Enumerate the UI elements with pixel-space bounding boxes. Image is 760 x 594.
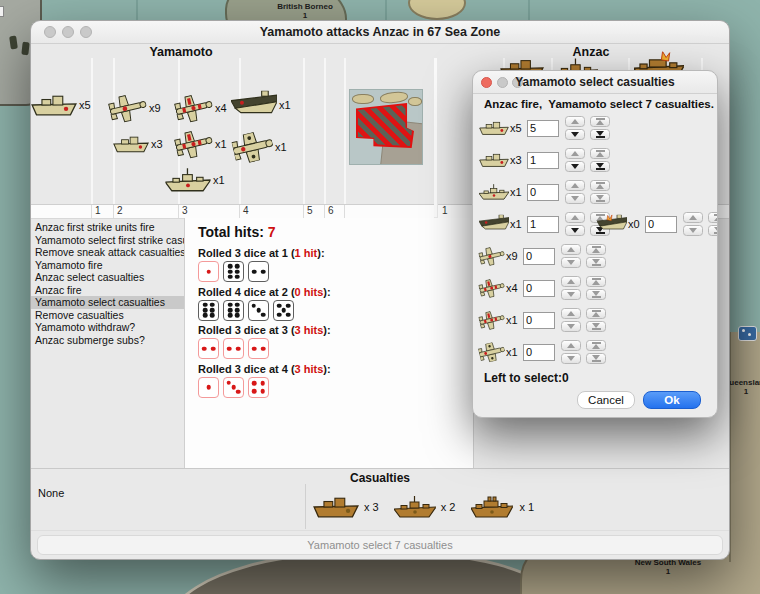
casualty-count-input[interactable] — [523, 280, 555, 297]
up-arrow-icon — [567, 311, 575, 316]
decrement-min-button[interactable] — [590, 193, 610, 204]
increment-max-button[interactable] — [586, 340, 606, 351]
casualties-header: Casualties — [31, 471, 729, 485]
up-arrow-icon — [592, 342, 601, 350]
die-pip — [236, 390, 241, 395]
unit-count-label: x4 — [506, 282, 523, 294]
increment-max-button[interactable] — [590, 148, 610, 159]
dice-roll-text: ): — [323, 363, 330, 375]
increment-button[interactable] — [565, 116, 585, 127]
increment-button[interactable] — [561, 340, 581, 351]
battle-step-item: Anzac select casualties — [31, 271, 184, 284]
up-arrow-icon — [592, 246, 601, 254]
die-face-1 — [198, 261, 219, 282]
battle-window-titlebar[interactable]: Yamamoto attacks Anzac in 67 Sea Zone — [31, 21, 729, 44]
contested-zone-highlight — [356, 103, 414, 148]
casualty-row: x1 — [479, 338, 606, 366]
casualty-count-input[interactable] — [523, 248, 555, 265]
up-arrow-icon — [571, 215, 579, 220]
decrement-min-button[interactable] — [586, 289, 606, 300]
casualty-row: x0 — [597, 210, 718, 238]
column-divider — [178, 205, 179, 218]
increment-max-button[interactable] — [586, 276, 606, 287]
fighter-striped-icon — [172, 126, 215, 162]
decrement-button[interactable] — [561, 257, 581, 268]
dice-roll-hits: 1 hit — [295, 247, 318, 259]
decrement-min-button[interactable] — [586, 321, 606, 332]
dice-roll-text: ): — [323, 286, 330, 298]
dice-row — [198, 377, 331, 398]
decrement-button[interactable] — [683, 225, 703, 236]
decrement-button[interactable] — [565, 161, 585, 172]
map-label-text: British Borneo — [250, 2, 360, 11]
decrement-button[interactable] — [565, 193, 585, 204]
map-label-british-borneo: British Borneo 1 — [250, 2, 360, 20]
panel-divider — [434, 58, 437, 217]
unit-count-label: x9 — [506, 250, 523, 262]
decrement-button[interactable] — [565, 225, 585, 236]
casualty-row: x9 — [479, 242, 606, 270]
decrement-button[interactable] — [565, 129, 585, 140]
casualty-count-input[interactable] — [527, 120, 559, 137]
unit-count-label: x3 — [151, 138, 163, 150]
increment-max-button[interactable] — [586, 244, 606, 255]
die-pip — [252, 346, 257, 351]
casualty-count-input[interactable] — [523, 344, 555, 361]
casualty-select-dialog: Yamamoto select casualties Anzac fire, Y… — [472, 70, 718, 418]
down-arrow-icon — [592, 355, 601, 363]
die-pip — [277, 312, 282, 317]
ok-button[interactable]: Ok — [643, 391, 701, 409]
casualty-count-input[interactable] — [523, 312, 555, 329]
cruiser-icon — [470, 494, 514, 520]
increment-button[interactable] — [683, 212, 703, 223]
die-pip — [286, 303, 291, 308]
column-divider — [324, 58, 326, 204]
increment-max-button[interactable] — [590, 180, 610, 191]
increment-button[interactable] — [565, 180, 585, 191]
unit-count-label: x 1 — [516, 501, 534, 513]
casualty-count-input[interactable] — [527, 152, 559, 169]
increment-max-button[interactable] — [708, 212, 718, 223]
down-arrow-icon — [567, 292, 575, 297]
increment-button[interactable] — [565, 212, 585, 223]
casualty-count-input[interactable] — [527, 184, 559, 201]
cancel-button[interactable]: Cancel — [577, 391, 635, 409]
die-pip — [277, 303, 282, 308]
die-pip — [251, 303, 256, 308]
up-arrow-icon — [567, 247, 575, 252]
increment-button[interactable] — [561, 244, 581, 255]
transport-icon — [113, 132, 149, 156]
down-arrow-icon — [567, 260, 575, 265]
decrement-min-button[interactable] — [586, 257, 606, 268]
battle-step-item: Anzac first strike units fire — [31, 221, 184, 234]
increment-max-button[interactable] — [590, 116, 610, 127]
battle-step-item: Yamamoto select casualties — [31, 296, 184, 309]
down-arrow-icon — [567, 324, 575, 329]
increment-button[interactable] — [561, 308, 581, 319]
increment-button[interactable] — [565, 148, 585, 159]
increment-max-button[interactable] — [586, 308, 606, 319]
decrement-min-button[interactable] — [590, 129, 610, 140]
increment-button[interactable] — [561, 276, 581, 287]
decrement-min-button[interactable] — [708, 225, 718, 236]
decrement-min-button[interactable] — [586, 353, 606, 364]
map-label-number: 1 — [250, 11, 360, 20]
decrement-min-button[interactable] — [590, 161, 610, 172]
die-pip — [261, 346, 266, 351]
fighter-striped-icon — [477, 307, 507, 332]
decrement-button[interactable] — [561, 321, 581, 332]
dialog-titlebar[interactable]: Yamamoto select casualties — [473, 71, 717, 94]
japan-unit-group: x5 — [31, 90, 91, 120]
dice-roll-label: Rolled 3 dice at 1 (1 hit): — [198, 247, 325, 259]
die-pip — [211, 346, 216, 351]
decrement-button[interactable] — [561, 289, 581, 300]
dice-row — [198, 338, 331, 359]
casualty-row: x1 — [479, 178, 610, 206]
casualty-row: x5 — [479, 114, 610, 142]
die-pip — [228, 302, 233, 307]
decrement-button[interactable] — [561, 353, 581, 364]
unit-count-label: x1 — [215, 138, 227, 150]
casualty-count-input[interactable] — [527, 216, 559, 233]
up-arrow-icon — [571, 151, 579, 156]
casualty-count-input[interactable] — [645, 216, 677, 233]
